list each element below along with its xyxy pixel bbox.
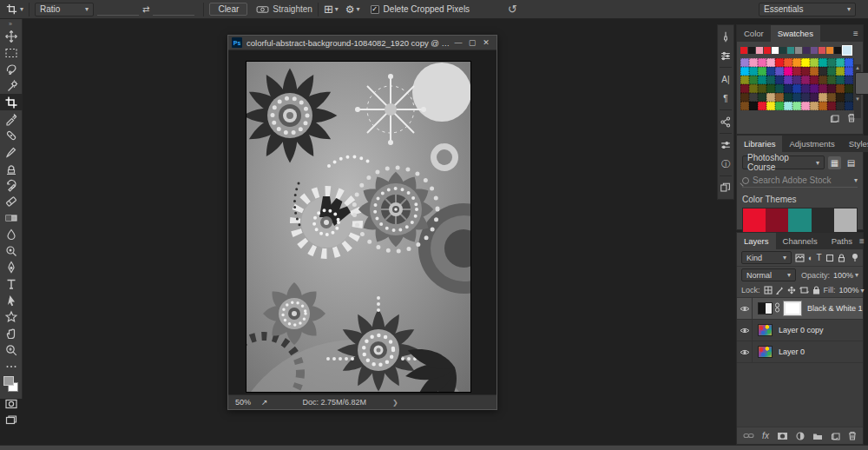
straighten-icon[interactable] bbox=[256, 4, 269, 14]
status-chevron-icon[interactable]: ❯ bbox=[392, 399, 398, 407]
swatch[interactable] bbox=[758, 102, 766, 110]
swatch[interactable] bbox=[801, 102, 810, 110]
layer-visibility-eye-icon[interactable] bbox=[737, 341, 753, 362]
new-group-button[interactable] bbox=[812, 432, 823, 440]
swatch[interactable] bbox=[801, 76, 810, 84]
swatch[interactable] bbox=[836, 93, 845, 102]
layer-name[interactable]: Black & White 1 bbox=[807, 304, 863, 313]
tab-libraries[interactable]: Libraries bbox=[737, 136, 782, 152]
swatch[interactable] bbox=[827, 84, 836, 93]
foreground-color-chip[interactable] bbox=[3, 376, 14, 386]
swatch[interactable] bbox=[810, 84, 819, 93]
swatch[interactable] bbox=[775, 58, 784, 67]
swatch[interactable] bbox=[819, 58, 827, 67]
swatch[interactable] bbox=[810, 67, 819, 76]
crop-width-input[interactable] bbox=[97, 3, 139, 16]
swatch[interactable] bbox=[819, 76, 827, 84]
minimize-icon[interactable]: — bbox=[451, 38, 465, 47]
swatch[interactable] bbox=[740, 102, 749, 110]
swatch[interactable] bbox=[801, 84, 810, 93]
overlay-grid-icon[interactable]: ⊞ bbox=[324, 3, 333, 16]
clone-source-panel-icon[interactable] bbox=[718, 178, 733, 197]
filter-pixel-layers-icon[interactable] bbox=[795, 254, 805, 262]
swatch[interactable] bbox=[775, 76, 784, 84]
new-swatch-button[interactable] bbox=[830, 113, 840, 124]
history-brush-tool[interactable] bbox=[0, 176, 23, 193]
swatch[interactable] bbox=[784, 93, 792, 102]
recent-swatch[interactable] bbox=[787, 47, 794, 54]
swatch[interactable] bbox=[749, 84, 758, 93]
swap-dimensions-icon[interactable]: ⇄ bbox=[142, 4, 149, 14]
swatch[interactable] bbox=[758, 93, 766, 102]
crop-settings-gear-icon[interactable]: ⚙ bbox=[345, 3, 355, 16]
brushes-panel-icon[interactable] bbox=[718, 27, 733, 46]
scrollbar-thumb[interactable] bbox=[855, 72, 868, 95]
marquee-tool[interactable] bbox=[0, 44, 23, 61]
layer-style-fx-button[interactable]: fx bbox=[762, 431, 769, 440]
lasso-tool[interactable] bbox=[0, 61, 23, 77]
zoom-tool[interactable] bbox=[0, 341, 23, 358]
lock-pixels-icon[interactable] bbox=[776, 286, 784, 294]
swatch[interactable] bbox=[758, 67, 766, 76]
blend-mode-select[interactable]: Normal ▾ bbox=[741, 268, 796, 281]
recent-swatch[interactable] bbox=[811, 47, 818, 54]
layer-row[interactable]: Black & White 1 bbox=[737, 298, 863, 320]
swatch[interactable] bbox=[827, 102, 836, 110]
foreground-background-colors[interactable] bbox=[0, 376, 23, 395]
character-panel-icon[interactable]: A| bbox=[718, 69, 733, 89]
swatch[interactable] bbox=[766, 76, 775, 84]
swatch[interactable] bbox=[740, 76, 749, 84]
swatch[interactable] bbox=[766, 58, 775, 67]
swatch[interactable] bbox=[810, 93, 819, 102]
document-titlebar[interactable]: Ps colorful-abstract-background-1084082_… bbox=[228, 36, 496, 50]
fill-select[interactable]: 100% ▾ bbox=[839, 284, 865, 296]
tab-swatches[interactable]: Swatches bbox=[771, 25, 820, 42]
type-tool[interactable] bbox=[0, 275, 23, 292]
recent-swatch[interactable] bbox=[834, 47, 841, 54]
recent-swatch-selected[interactable] bbox=[842, 45, 852, 56]
swatch[interactable] bbox=[784, 84, 792, 93]
filter-smart-objects-icon[interactable] bbox=[838, 254, 845, 262]
canvas-area[interactable] bbox=[228, 50, 496, 394]
maximize-icon[interactable]: ▢ bbox=[465, 38, 479, 47]
swatch[interactable] bbox=[845, 76, 853, 84]
layer-visibility-eye-icon[interactable] bbox=[737, 298, 753, 319]
brush-tool[interactable] bbox=[0, 143, 23, 160]
swatch[interactable] bbox=[810, 76, 819, 84]
tab-layers[interactable]: Layers bbox=[737, 233, 776, 249]
screen-mode-toggle[interactable] bbox=[0, 412, 23, 428]
tab-adjustments[interactable]: Adjustments bbox=[782, 136, 841, 152]
swatch[interactable] bbox=[819, 93, 827, 102]
swatch[interactable] bbox=[845, 67, 853, 76]
crop-tool[interactable] bbox=[0, 94, 23, 110]
swatch[interactable] bbox=[784, 67, 792, 76]
swatch[interactable] bbox=[749, 76, 758, 84]
swatch[interactable] bbox=[836, 58, 845, 67]
blur-tool[interactable] bbox=[0, 226, 23, 242]
share-panel-icon[interactable] bbox=[718, 112, 733, 131]
tool-preset-chevron-icon[interactable]: ▾ bbox=[20, 5, 23, 13]
filter-adjustment-layers-icon[interactable]: ◐ bbox=[808, 254, 812, 262]
close-icon[interactable]: ✕ bbox=[479, 38, 493, 47]
crop-height-input[interactable] bbox=[153, 3, 194, 16]
path-selection-tool[interactable] bbox=[0, 292, 23, 308]
swatch[interactable] bbox=[792, 58, 801, 67]
swatch[interactable] bbox=[845, 58, 853, 67]
swatch[interactable] bbox=[775, 84, 784, 93]
swatch[interactable] bbox=[775, 93, 784, 102]
swatch-scrollbar[interactable]: ▲ ▼ bbox=[854, 64, 861, 118]
swatch[interactable] bbox=[766, 93, 775, 102]
document-window[interactable]: Ps colorful-abstract-background-1084082_… bbox=[227, 35, 497, 410]
swatch[interactable] bbox=[827, 58, 836, 67]
ratio-select[interactable]: Ratio ▾ bbox=[35, 3, 94, 17]
swatch[interactable] bbox=[792, 67, 801, 76]
grid-view-button[interactable]: ▦ bbox=[828, 156, 841, 169]
swatch[interactable] bbox=[810, 58, 819, 67]
recent-swatch[interactable] bbox=[772, 47, 779, 54]
swatch[interactable] bbox=[819, 67, 827, 76]
swatch[interactable] bbox=[749, 58, 758, 67]
tab-color[interactable]: Color bbox=[737, 25, 771, 42]
workspace-select[interactable]: Essentials ▾ bbox=[759, 3, 856, 17]
swatch[interactable] bbox=[758, 76, 766, 84]
recent-swatch[interactable] bbox=[779, 47, 786, 54]
